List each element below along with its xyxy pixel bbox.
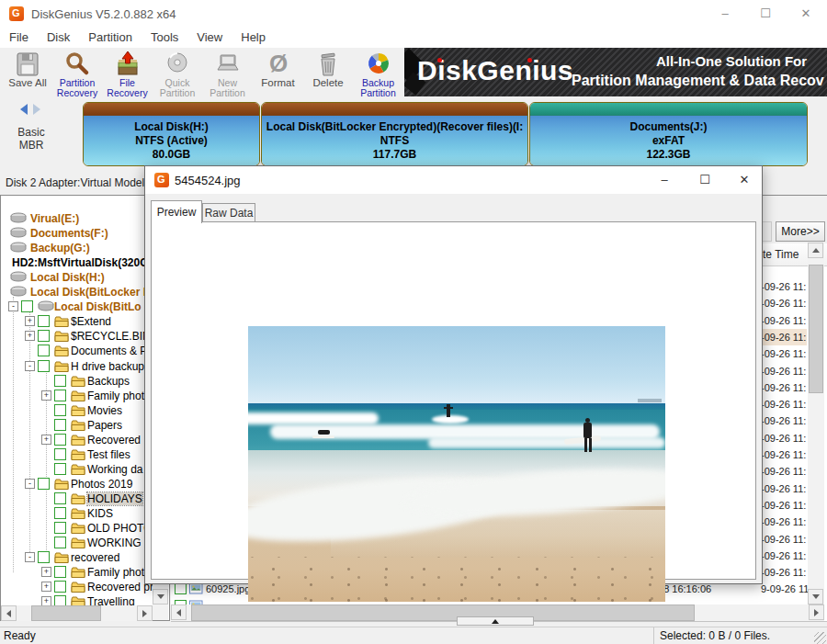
tree-scroll-right-icon[interactable] <box>137 605 153 621</box>
minimize-button[interactable]: – <box>706 0 744 28</box>
menu-partition[interactable]: Partition <box>79 28 142 47</box>
quick-partition-button[interactable]: Quick Partition <box>153 51 202 96</box>
partition-recovery-button[interactable]: Partition Recovery <box>52 51 102 96</box>
tree-expander-icon[interactable]: + <box>25 316 35 326</box>
more-button[interactable]: More>> <box>776 221 825 242</box>
file-hscroll-thumb[interactable] <box>191 604 695 621</box>
disk-info-text: Disk 2 Adapter:Virtual Model:M <box>6 176 157 189</box>
surfer-arms <box>444 407 453 409</box>
tree-checkbox[interactable] <box>54 448 66 460</box>
tree-expander-icon[interactable]: + <box>41 582 51 592</box>
delete-button[interactable]: Delete <box>303 51 353 96</box>
tree-checkbox[interactable] <box>21 300 33 312</box>
tree-expander-icon[interactable]: + <box>41 390 51 401</box>
menu-disk[interactable]: Disk <box>38 28 79 47</box>
dialog-minimize-button[interactable]: – <box>651 166 678 194</box>
menu-help[interactable]: Help <box>232 28 275 47</box>
disk-icon <box>10 271 27 286</box>
tree-checkbox[interactable] <box>54 581 66 593</box>
tree-scroll-left-icon[interactable] <box>1 605 17 621</box>
backup-partition-button[interactable]: Backup Partition <box>353 51 403 96</box>
brand-red-dot <box>527 58 532 62</box>
status-divider <box>653 627 654 644</box>
tree-expander-icon[interactable]: - <box>25 552 35 562</box>
dialog-logo-icon <box>154 173 169 187</box>
tree-checkbox[interactable] <box>38 360 50 372</box>
preview-image <box>248 326 665 602</box>
window-title: DiskGenius V5.2.0.882 x64 <box>31 7 176 21</box>
tree-expander-icon[interactable]: + <box>25 331 35 341</box>
resize-grip[interactable] <box>814 632 826 644</box>
partition-block-2[interactable]: Documents(J:)exFAT122.3GB <box>529 102 808 166</box>
partition-type-strip <box>530 103 807 116</box>
file-scroll-up-icon[interactable] <box>808 243 823 258</box>
new-partition-icon <box>202 51 253 78</box>
tree-checkbox[interactable] <box>38 345 50 356</box>
splitter-collapse-button[interactable] <box>457 616 534 626</box>
tree-hscrollbar[interactable] <box>1 605 153 621</box>
tree-checkbox[interactable] <box>54 492 66 504</box>
menu-tools[interactable]: Tools <box>142 28 187 47</box>
tree-expander-icon[interactable]: + <box>41 567 51 577</box>
tab-raw-data[interactable]: Raw Data <box>202 203 255 223</box>
tree-scroll-down-icon[interactable] <box>153 589 168 604</box>
file-scroll-right-icon[interactable] <box>809 604 824 620</box>
tree-checkbox[interactable] <box>54 375 66 387</box>
tree-expander-icon[interactable]: - <box>25 479 35 489</box>
disk-icon <box>38 300 54 315</box>
banner-line2: Partition Management & Data Recov <box>572 73 827 89</box>
tree-checkbox[interactable] <box>38 478 50 490</box>
menu-file[interactable]: File <box>0 28 38 47</box>
maximize-button[interactable]: ☐ <box>746 0 785 28</box>
tree-checkbox[interactable] <box>38 330 50 342</box>
tab-preview[interactable]: Preview <box>151 200 202 223</box>
dialog-maximize-button[interactable]: ☐ <box>691 166 719 194</box>
menu-view[interactable]: View <box>187 28 232 47</box>
tree-checkbox[interactable] <box>54 390 66 401</box>
tree-checkbox[interactable] <box>54 507 66 519</box>
disk-icon <box>10 242 27 256</box>
nav-forward-icon[interactable] <box>33 104 40 115</box>
file-scroll-down-icon[interactable] <box>808 589 823 604</box>
file-checkbox[interactable] <box>175 582 187 594</box>
image-file-icon <box>189 582 203 596</box>
tree-checkbox[interactable] <box>54 566 66 578</box>
tree-expander-icon[interactable]: - <box>25 361 35 371</box>
surfer-leg <box>584 438 587 452</box>
tree-hscroll-thumb[interactable] <box>31 605 101 621</box>
tree-checkbox[interactable] <box>54 434 66 446</box>
nav-back-icon[interactable] <box>20 104 28 115</box>
tree-checkbox[interactable] <box>38 315 50 327</box>
file-recovery-button[interactable]: File Recovery <box>102 51 153 96</box>
file-vscrollbar[interactable] <box>808 243 824 604</box>
menu-bar: FileDiskPartitionToolsViewHelp <box>0 28 827 49</box>
partition-block-0[interactable]: Local Disk(H:)NTFS (Active)80.0GB <box>83 102 260 166</box>
save-icon <box>4 51 51 78</box>
new-partition-button[interactable]: New Partition <box>202 51 253 96</box>
partition-block-1[interactable]: Local Disk(BitLocker Encrypted)(Recover … <box>261 102 528 166</box>
dialog-close-button[interactable]: ✕ <box>731 166 758 194</box>
banner-line1: All-In-One Solution For <box>636 53 827 69</box>
tree-checkbox[interactable] <box>54 463 66 475</box>
close-button[interactable]: ✕ <box>787 0 825 28</box>
backup-partition-icon <box>353 51 403 78</box>
file-vscroll-thumb[interactable] <box>809 265 823 393</box>
tree-expander-icon[interactable]: - <box>8 301 18 311</box>
selection-summary: Selected: 0 B / 0 Files. <box>660 629 770 642</box>
banner-ad[interactable]: DiskGenius All-In-One Solution For Parti… <box>404 48 827 96</box>
file-scroll-left-icon[interactable] <box>171 604 187 620</box>
tree-checkbox[interactable] <box>54 537 66 548</box>
photo-wave <box>248 412 379 424</box>
tree-checkbox[interactable] <box>54 419 66 431</box>
tree-checkbox[interactable] <box>54 404 66 416</box>
save-button[interactable]: Save All <box>4 51 51 96</box>
partition-bar: Basic MBR Local Disk(H:)NTFS (Active)80.… <box>0 98 827 171</box>
preview-content <box>151 221 756 580</box>
tree-checkbox[interactable] <box>38 551 50 563</box>
tree-checkbox[interactable] <box>54 522 66 534</box>
status-text: Ready <box>4 629 36 642</box>
column-header-date-time[interactable]: te Time <box>763 248 799 261</box>
photo-horizon <box>248 403 665 410</box>
format-button[interactable]: ØFormat <box>253 51 303 96</box>
tree-expander-icon[interactable]: + <box>41 435 51 445</box>
